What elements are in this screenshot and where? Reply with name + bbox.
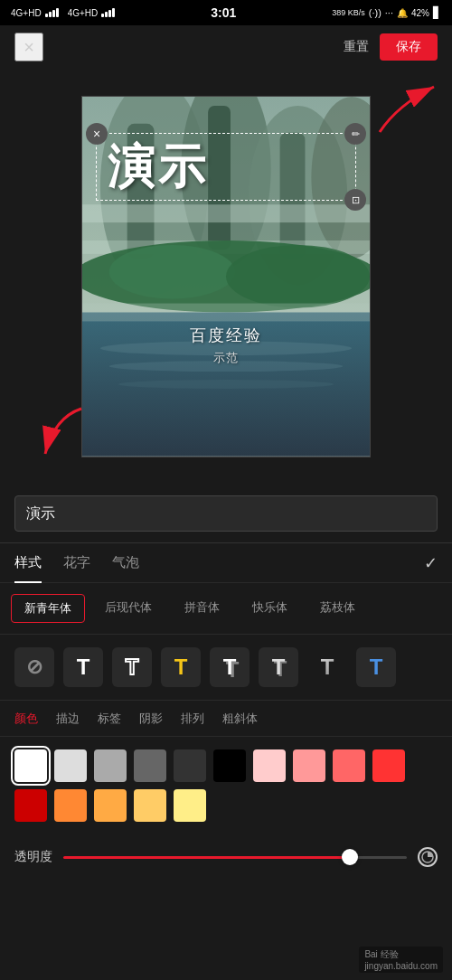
signal-bars1	[45, 8, 59, 17]
battery-bar: ▋	[433, 6, 441, 19]
status-bar: 4G+HD 4G+HD 3:01 389 KB/s (·)) ··· 🔔 42%…	[0, 0, 452, 25]
svg-point-18	[118, 380, 334, 389]
canvas-subtext2: 示范	[82, 350, 370, 366]
color-tab-color[interactable]: 颜色	[14, 711, 38, 727]
arrow-up-right	[362, 78, 443, 145]
save-button[interactable]: 保存	[380, 33, 438, 61]
color-tab-stroke[interactable]: 描边	[56, 711, 80, 727]
swatch-pink-light[interactable]	[253, 749, 286, 782]
data-speed: 389 KB/s	[332, 8, 365, 17]
canvas-main-text: 演示	[108, 141, 344, 193]
font-item-3[interactable]: 快乐体	[240, 594, 300, 623]
canvas-subtext1: 百度经验	[82, 325, 370, 346]
style-shadow2[interactable]: T	[259, 647, 298, 687]
style-yellow[interactable]: T	[161, 647, 201, 687]
style-shadow1[interactable]: T	[210, 647, 250, 687]
transparency-label: 透明度	[14, 849, 52, 865]
text-edit-handle[interactable]: ✏	[344, 123, 366, 145]
color-tab-shadow[interactable]: 阴影	[139, 711, 163, 727]
font-item-0[interactable]: 新青年体	[11, 594, 85, 623]
top-bar: × 重置 保存	[0, 25, 452, 69]
swatch-lightgray[interactable]	[54, 749, 87, 782]
svg-point-14	[226, 245, 370, 308]
font-selector: 新青年体 后现代体 拼音体 快乐体 荔枝体	[0, 583, 452, 635]
font-item-4[interactable]: 荔枝体	[307, 594, 368, 623]
canvas-subtext-container: 百度经验 示范	[82, 325, 370, 366]
color-tab-tag[interactable]: 标签	[98, 711, 121, 727]
text-selection-box[interactable]: × ✏ ⊡ 演示	[96, 133, 356, 201]
status-right: 389 KB/s (·)) ··· 🔔 42% ▋	[332, 6, 441, 19]
swatch-white[interactable]	[14, 749, 47, 782]
color-tabs: 颜色 描边 标签 阴影 排列 粗斜体	[0, 701, 452, 737]
swatch-gray[interactable]	[94, 749, 127, 782]
dots-icon: ···	[385, 7, 393, 18]
swatch-red[interactable]	[372, 749, 405, 782]
carrier2-text: 4G+HD	[68, 8, 99, 18]
text-input-field[interactable]	[14, 495, 438, 532]
color-tab-bold-italic[interactable]: 粗斜体	[222, 711, 258, 727]
style-blue[interactable]: T	[356, 647, 396, 687]
tab-bubble[interactable]: 气泡	[112, 543, 139, 583]
tab-huazi[interactable]: 花字	[63, 543, 90, 583]
color-section: 颜色 描边 标签 阴影 排列 粗斜体	[0, 701, 452, 834]
tabs-row: 样式 花字 气泡 ✓	[0, 543, 452, 583]
swatch-yellow-light[interactable]	[134, 789, 166, 822]
swatch-red-light[interactable]	[333, 749, 365, 782]
font-item-1[interactable]: 后现代体	[92, 594, 165, 623]
swatch-orange[interactable]	[54, 789, 87, 822]
color-tab-arrange[interactable]: 排列	[181, 711, 204, 727]
wifi-icon: (·))	[369, 7, 381, 18]
swatch-darkgray[interactable]	[134, 749, 166, 782]
close-button[interactable]: ×	[14, 33, 43, 61]
svg-rect-19	[82, 304, 370, 322]
watermark-url: jingyan.baidu.com	[364, 961, 438, 971]
text-selection-container: × ✏ ⊡ 演示	[96, 133, 356, 208]
watermark: Bai 经验 jingyan.baidu.com	[359, 947, 443, 973]
style-none[interactable]: ⊘	[14, 647, 54, 687]
reset-button[interactable]: 重置	[344, 39, 369, 55]
tab-confirm-button[interactable]: ✓	[424, 553, 438, 573]
style-gradient[interactable]: T	[307, 647, 347, 687]
canvas-area: × ✏ ⊡ 演示 百度经验 示范	[0, 69, 452, 485]
swatch-black[interactable]	[213, 749, 246, 782]
time-display: 3:01	[211, 5, 236, 20]
svg-point-13	[109, 245, 235, 299]
text-close-handle[interactable]: ×	[86, 123, 108, 145]
top-right-controls: 重置 保存	[344, 33, 438, 61]
style-plain[interactable]: T	[63, 647, 103, 687]
signal-bars2	[101, 8, 115, 17]
battery-icon: 🔔	[397, 8, 408, 18]
color-palette	[0, 737, 452, 834]
battery-level: 42%	[411, 8, 429, 18]
status-left: 4G+HD 4G+HD	[11, 8, 115, 18]
swatch-red-dark[interactable]	[14, 789, 47, 822]
font-item-2[interactable]: 拼音体	[172, 594, 232, 623]
swatch-charcoal[interactable]	[174, 749, 206, 782]
transparency-row: 透明度	[0, 834, 452, 880]
style-icons-row: ⊘ T T T T T T T	[0, 635, 452, 701]
swatch-yellow[interactable]	[174, 789, 206, 822]
swatch-orange-light[interactable]	[94, 789, 127, 822]
carrier1-text: 4G+HD	[11, 8, 42, 18]
transparency-slider[interactable]	[63, 856, 407, 859]
swatch-pink[interactable]	[293, 749, 325, 782]
watermark-text: Bai 经验	[364, 949, 398, 959]
close-icon: ×	[24, 37, 34, 58]
tab-style[interactable]: 样式	[14, 543, 42, 583]
input-area	[0, 485, 452, 543]
canvas-image: × ✏ ⊡ 演示 百度经验 示范	[81, 96, 371, 457]
text-resize-handle[interactable]: ⊡	[344, 189, 366, 211]
style-outline[interactable]: T	[112, 647, 152, 687]
transparency-icon	[418, 847, 438, 867]
